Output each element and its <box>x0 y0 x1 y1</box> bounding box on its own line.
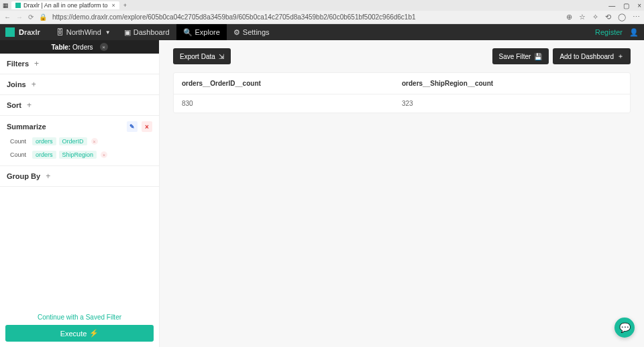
database-icon: 🗄 <box>56 28 64 36</box>
saved-filter-link[interactable]: Continue with a Saved Filter <box>5 314 154 321</box>
chat-support-button[interactable]: 💬 <box>614 318 635 338</box>
summarize-section: Summarize ✎ × <box>0 116 159 135</box>
sync-icon[interactable]: ⟲ <box>605 13 611 21</box>
add-to-dashboard-button[interactable]: Add to Dashboard ＋ <box>553 48 631 64</box>
window-titlebar: ▦ Draxlr | An all in one platform to × +… <box>0 0 644 11</box>
back-icon[interactable]: ← <box>4 13 11 21</box>
user-icon[interactable]: 👤 <box>629 28 639 37</box>
gear-icon: ⚙ <box>233 28 240 37</box>
table-cell: 323 <box>402 100 622 107</box>
execute-button[interactable]: Execute ⚡ <box>5 325 154 342</box>
new-tab-button[interactable]: + <box>123 2 127 9</box>
sort-section[interactable]: Sort + <box>0 95 159 116</box>
plus-icon: ＋ <box>617 52 624 61</box>
browser-addressbar: ← → ⟳ 🔒 https://demo.draxlr.com/explore/… <box>0 11 644 24</box>
add-filter-icon[interactable]: + <box>34 59 39 68</box>
column-header[interactable]: orders__ShipRegion__count <box>402 80 622 87</box>
agg-label: Count <box>7 137 30 145</box>
main-panel: Export Data ⇲ Save Filter 💾 Add to Dashb… <box>160 40 644 347</box>
table-tag: orders <box>32 137 56 145</box>
profile-icon[interactable]: ◯ <box>618 13 626 21</box>
nav-settings[interactable]: ⚙ Settings <box>227 24 276 40</box>
export-label: Export Data <box>180 53 215 60</box>
main-toolbar: Export Data ⇲ Save Filter 💾 Add to Dashb… <box>173 48 631 64</box>
remove-summ-icon[interactable]: × <box>91 138 98 145</box>
field-tag: OrderID <box>59 137 87 145</box>
close-tab-icon[interactable]: × <box>111 2 115 9</box>
export-data-button[interactable]: Export Data ⇲ <box>173 48 231 64</box>
filters-section[interactable]: Filters + <box>0 54 159 74</box>
site-info-icon[interactable]: 🔒 <box>39 13 47 21</box>
favorite-icon[interactable]: ☆ <box>579 13 586 21</box>
remove-summ-icon[interactable]: × <box>101 151 107 158</box>
add-sort-icon[interactable]: + <box>27 100 32 110</box>
more-icon[interactable]: ⋯ <box>633 13 640 21</box>
table-cell: 830 <box>182 100 402 107</box>
register-link[interactable]: Register <box>595 28 623 36</box>
reset-table-icon[interactable]: × <box>100 43 108 51</box>
workspace-selector[interactable]: 🗄 NorthWind ▼ <box>50 24 117 40</box>
table-tag: orders <box>32 151 56 159</box>
app-install-icon[interactable]: ⊕ <box>566 13 572 21</box>
add-dash-label: Add to Dashboard <box>559 53 614 60</box>
window-minimize-icon[interactable]: — <box>608 2 615 9</box>
workspace-name: NorthWind <box>66 28 101 36</box>
nav-label: Explore <box>195 28 220 36</box>
groupby-section[interactable]: Group By + <box>0 165 159 187</box>
forward-icon[interactable]: → <box>16 13 23 21</box>
save-filter-label: Save Filter <box>499 53 531 60</box>
table-header-row: orders__OrderID__count orders__ShipRegio… <box>174 73 630 94</box>
app-topnav: Draxlr 🗄 NorthWind ▼ ▣ Dashboard 🔍 Explo… <box>0 24 644 40</box>
nav-dashboard[interactable]: ▣ Dashboard <box>117 24 176 40</box>
add-groupby-icon[interactable]: + <box>46 171 50 181</box>
table-row: 830 323 <box>174 94 630 113</box>
browser-tab[interactable]: Draxlr | An all in one platform to × <box>11 1 119 9</box>
execute-label: Execute <box>60 330 87 338</box>
sort-label: Sort <box>7 101 21 109</box>
field-tag: ShipRegion <box>59 151 97 159</box>
results-table: orders__OrderID__count orders__ShipRegio… <box>173 72 631 113</box>
nav-label: Settings <box>243 28 270 36</box>
brand-name[interactable]: Draxlr <box>19 28 40 36</box>
sidebar-table-header: Table: Orders × <box>0 40 159 54</box>
tab-title: Draxlr | An all in one platform to <box>23 2 107 9</box>
agg-label: Count <box>7 151 30 159</box>
edit-summarize-icon[interactable]: ✎ <box>127 121 138 132</box>
dashboard-icon: ▣ <box>124 28 131 37</box>
export-icon: ⇲ <box>219 53 224 60</box>
column-header[interactable]: orders__OrderID__count <box>182 80 402 87</box>
chevron-down-icon: ▼ <box>105 29 111 36</box>
lightning-icon: ⚡ <box>89 329 99 338</box>
url-text[interactable]: https://demo.draxlr.com/explore/605b0ca0… <box>52 13 561 21</box>
tab-favicon <box>15 3 21 8</box>
brand-logo <box>5 27 15 37</box>
chat-icon: 💬 <box>619 322 631 333</box>
nav-explore[interactable]: 🔍 Explore <box>176 24 227 40</box>
filters-label: Filters <box>7 60 29 68</box>
groupby-label: Group By <box>7 172 40 180</box>
search-icon: 🔍 <box>183 28 193 37</box>
sidebar: Table: Orders × Filters + Joins + Sort +… <box>0 40 160 347</box>
joins-section[interactable]: Joins + <box>0 74 159 95</box>
nav-label: Dashboard <box>133 28 170 36</box>
tab-list-icon[interactable]: ▦ <box>3 2 9 9</box>
window-close-icon[interactable]: × <box>637 2 641 9</box>
clear-summarize-icon[interactable]: × <box>142 121 152 132</box>
window-maximize-icon[interactable]: ▢ <box>623 2 629 9</box>
summarize-label: Summarize <box>7 123 46 131</box>
collections-icon[interactable]: ✧ <box>592 13 598 21</box>
summarize-row[interactable]: Count orders ShipRegion × <box>0 148 159 161</box>
save-filter-button[interactable]: Save Filter 💾 <box>492 48 549 64</box>
add-join-icon[interactable]: + <box>32 80 36 89</box>
reload-icon[interactable]: ⟳ <box>28 13 34 21</box>
summarize-row[interactable]: Count orders OrderID × <box>0 135 159 148</box>
joins-label: Joins <box>7 80 26 88</box>
save-icon: 💾 <box>534 53 542 60</box>
